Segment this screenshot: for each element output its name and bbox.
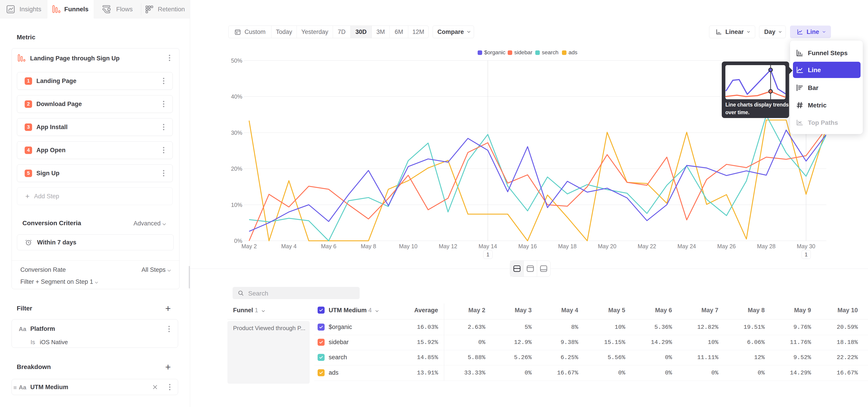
svg-text:May 6: May 6 [321, 243, 336, 249]
svg-text:0%: 0% [234, 238, 242, 244]
svg-text:May 2: May 2 [241, 243, 257, 249]
svg-text:40%: 40% [231, 93, 242, 100]
svg-text:May 30: May 30 [797, 243, 815, 249]
svg-text:May 10: May 10 [399, 243, 417, 249]
svg-text:$organic: $organic [484, 49, 505, 55]
svg-text:May 28: May 28 [757, 243, 776, 249]
svg-text:50%: 50% [231, 57, 242, 64]
svg-text:20%: 20% [231, 165, 242, 172]
svg-text:May 12: May 12 [439, 243, 457, 249]
svg-text:May 26: May 26 [717, 243, 736, 249]
svg-text:May 4: May 4 [281, 243, 297, 249]
svg-text:May 22: May 22 [638, 243, 656, 249]
svg-text:May 8: May 8 [361, 243, 376, 249]
svg-text:May 14: May 14 [478, 243, 497, 249]
svg-text:ads: ads [568, 49, 578, 55]
svg-text:sidebar: sidebar [514, 49, 532, 55]
svg-text:May 24: May 24 [677, 243, 696, 249]
svg-text:search: search [542, 49, 559, 55]
svg-text:10%: 10% [231, 202, 242, 208]
svg-text:May 20: May 20 [598, 243, 616, 249]
svg-text:30%: 30% [231, 130, 242, 136]
svg-text:May 18: May 18 [558, 243, 577, 249]
svg-text:May 16: May 16 [518, 243, 537, 249]
